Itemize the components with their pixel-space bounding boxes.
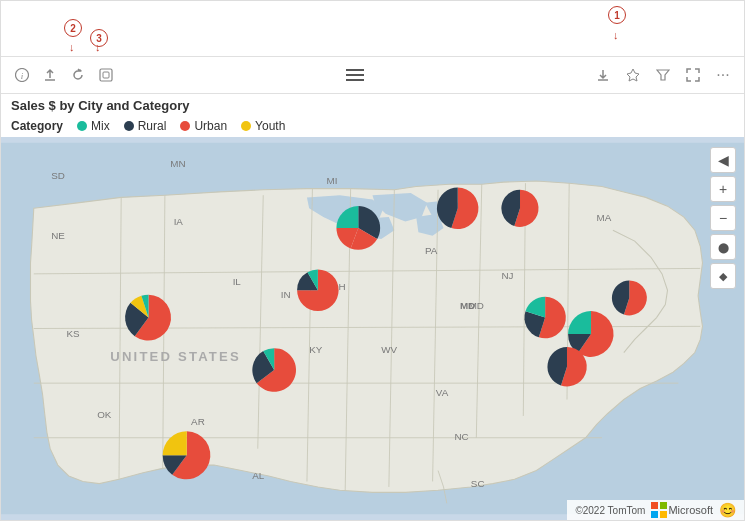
map-controls: ◀ + − ⬤ ◆ <box>710 147 736 289</box>
svg-rect-5 <box>103 72 109 78</box>
svg-text:OK: OK <box>97 409 112 420</box>
svg-rect-48 <box>651 511 658 518</box>
svg-text:MA: MA <box>596 212 611 223</box>
copyright-text: ©2022 TomTom <box>575 505 645 516</box>
svg-text:NC: NC <box>454 431 468 442</box>
filter-icon[interactable] <box>652 64 674 86</box>
svg-text:i: i <box>21 71 24 81</box>
reset-view-button[interactable]: ⬤ <box>710 234 736 260</box>
pan-icon[interactable]: ◀ <box>710 147 736 173</box>
svg-text:UNITED STATES: UNITED STATES <box>110 349 241 364</box>
annotation-1-arrow: ↓ <box>613 29 619 41</box>
urban-dot <box>180 121 190 131</box>
youth-dot <box>241 121 251 131</box>
legend-rural-label: Rural <box>138 119 167 133</box>
main-container: 1 ↓ 2 ↓ 3 ↓ i <box>0 0 745 521</box>
svg-text:SD: SD <box>51 170 65 181</box>
toolbar-left: i <box>11 64 117 86</box>
copyright-bar: ©2022 TomTom Microsoft 😊 <box>567 500 744 520</box>
zoom-out-button[interactable]: − <box>710 205 736 231</box>
legend-item-mix: Mix <box>77 119 110 133</box>
toolbar: i <box>1 56 744 94</box>
svg-marker-7 <box>657 70 669 80</box>
annotation-2: 2 <box>64 19 82 37</box>
info-icon[interactable]: i <box>11 64 33 86</box>
legend-youth-label: Youth <box>255 119 285 133</box>
map-svg: SD NE KS OK AR AL IL IN OH KY WV VA NC S… <box>1 137 744 520</box>
annotation-2-arrow: ↓ <box>69 41 75 53</box>
legend-urban-label: Urban <box>194 119 227 133</box>
microsoft-logo: Microsoft <box>651 502 713 518</box>
svg-text:VA: VA <box>436 387 449 398</box>
chart-header: Sales $ by City and Category <box>1 94 744 115</box>
hamburger-menu[interactable] <box>342 65 368 85</box>
download-icon[interactable] <box>592 64 614 86</box>
legend-item-youth: Youth <box>241 119 285 133</box>
svg-rect-47 <box>660 502 667 509</box>
mix-dot <box>77 121 87 131</box>
legend: Category Mix Rural Urban Youth <box>1 115 744 137</box>
svg-text:NE: NE <box>51 230 65 241</box>
rural-dot <box>124 121 134 131</box>
pin-icon[interactable] <box>622 64 644 86</box>
svg-text:PA: PA <box>425 245 438 256</box>
annotation-3-arrow: ↓ <box>95 41 101 53</box>
annotation-area: 1 ↓ 2 ↓ 3 ↓ <box>1 1 744 56</box>
upload-icon[interactable] <box>39 64 61 86</box>
svg-text:NJ: NJ <box>501 270 513 281</box>
svg-text:AR: AR <box>191 416 205 427</box>
microsoft-text: Microsoft <box>668 504 713 516</box>
emoji-icon[interactable]: 😊 <box>719 502 736 518</box>
svg-text:IA: IA <box>174 216 184 227</box>
svg-text:WV: WV <box>381 344 397 355</box>
svg-text:KY: KY <box>309 344 323 355</box>
expand-icon[interactable] <box>95 64 117 86</box>
map-container[interactable]: SD NE KS OK AR AL IL IN OH KY WV VA NC S… <box>1 137 744 520</box>
legend-item-urban: Urban <box>180 119 227 133</box>
svg-text:MD: MD <box>460 300 475 311</box>
svg-text:IL: IL <box>233 276 242 287</box>
legend-label: Category <box>11 119 63 133</box>
svg-rect-4 <box>100 69 112 81</box>
svg-text:IN: IN <box>281 289 291 300</box>
refresh-icon[interactable] <box>67 64 89 86</box>
svg-rect-49 <box>660 511 667 518</box>
more-options-icon[interactable]: ··· <box>712 64 734 86</box>
svg-text:MI: MI <box>327 175 338 186</box>
legend-mix-label: Mix <box>91 119 110 133</box>
annotation-1: 1 <box>608 6 626 24</box>
location-button[interactable]: ◆ <box>710 263 736 289</box>
chart-title: Sales $ by City and Category <box>11 98 734 113</box>
svg-rect-46 <box>651 502 658 509</box>
zoom-in-button[interactable]: + <box>710 176 736 202</box>
legend-item-rural: Rural <box>124 119 167 133</box>
svg-text:KS: KS <box>67 328 81 339</box>
svg-text:SC: SC <box>471 478 485 489</box>
svg-text:MN: MN <box>170 158 185 169</box>
toolbar-center[interactable] <box>342 65 368 85</box>
svg-text:AL: AL <box>252 470 265 481</box>
toolbar-right: ··· <box>592 64 734 86</box>
fullscreen-icon[interactable] <box>682 64 704 86</box>
